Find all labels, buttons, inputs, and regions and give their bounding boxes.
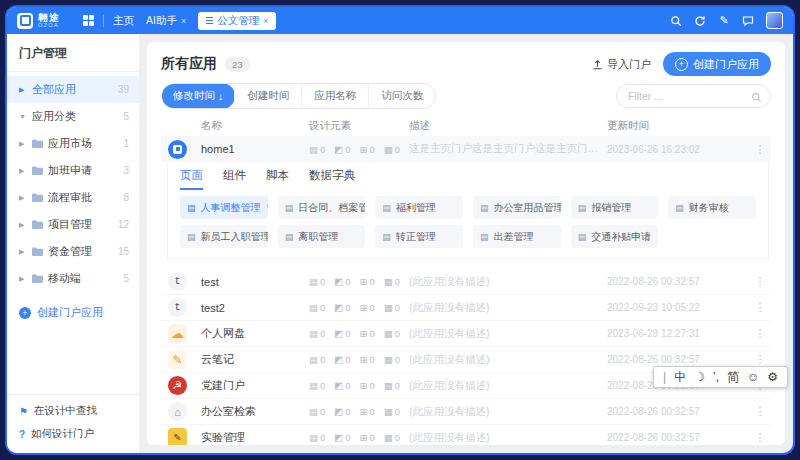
tab-close-icon[interactable]: ×	[181, 16, 186, 26]
page-chip-label: 报销管理	[591, 201, 631, 215]
page-chip-人事调整管理[interactable]: ▤人事调整管理	[180, 196, 268, 219]
o2-logo-icon	[173, 145, 182, 154]
row-more-icon[interactable]: ⋮	[753, 275, 767, 288]
how-to-design-link[interactable]: ? 如何设计门户	[19, 427, 127, 441]
topbar-tab[interactable]: 主页	[113, 14, 134, 28]
row-more-icon[interactable]: ⋮	[753, 143, 767, 156]
page-chip-出差管理[interactable]: ▤出差管理	[473, 225, 561, 248]
topbar-tab[interactable]: 公文管理×	[198, 12, 276, 30]
create-portal-link[interactable]: + 创建门户应用	[7, 296, 139, 329]
page-chip-日合同、档案管理[interactable]: ▤日合同、档案管理	[278, 196, 366, 219]
document-icon: ▤	[480, 203, 489, 213]
page-chip-报销管理[interactable]: ▤报销管理	[571, 196, 659, 219]
caret-down-icon[interactable]: ▼	[19, 113, 27, 120]
caret-right-icon[interactable]: ▶	[19, 194, 27, 202]
col-update-time: 更新时间	[607, 119, 745, 133]
filter-input[interactable]	[616, 84, 771, 108]
refresh-icon[interactable]	[694, 15, 706, 27]
create-portal-button[interactable]: + 创建门户应用	[663, 52, 771, 76]
page-chip-转正管理[interactable]: ▤转正管理	[375, 225, 463, 248]
page-chip-办公室用品管理[interactable]: ▤办公室用品管理	[473, 196, 561, 219]
page-chip-福利管理[interactable]: ▤福利管理	[375, 196, 463, 219]
count-scripts: ⊞0	[360, 302, 375, 313]
ime-fullhalf-icon[interactable]: ☽	[694, 371, 705, 383]
page-chip-交通补贴申请[interactable]: ▤交通补贴申请	[571, 225, 659, 248]
sidebar-item-移动端[interactable]: ▶移动端5	[7, 265, 139, 292]
user-avatar[interactable]	[766, 12, 783, 29]
table-row-home1[interactable]: home1▤0◩0⊞0▦0这是主页门户这是主页门户这是主页门户这是主页门户这是主…	[161, 136, 771, 162]
caret-right-icon[interactable]: ▶	[19, 167, 27, 175]
panel-tab-页面[interactable]: 页面	[180, 162, 203, 190]
ime-toolbar: |中☽’,简☺⚙	[653, 366, 788, 388]
topbar-actions: ✎	[670, 12, 783, 29]
count-dictionaries: ▦0	[384, 302, 400, 313]
tab-close-icon[interactable]: ×	[263, 16, 268, 26]
row-more-icon[interactable]: ⋮	[753, 431, 767, 444]
table-row-个人网盘[interactable]: ☁个人网盘▤0◩0⊞0▦0(此应用没有描述)2023-06-29 12:27:3…	[161, 321, 771, 347]
panel-tab-数据字典[interactable]: 数据字典	[309, 162, 355, 190]
page-chip-label: 离职管理	[298, 230, 338, 244]
sort-pill-应用名称[interactable]: 应用名称	[301, 84, 368, 108]
sidebar-footer: ⚑ 在设计中查找 ? 如何设计门户	[7, 394, 139, 453]
trash-icon[interactable]	[266, 203, 268, 213]
search-icon[interactable]	[670, 15, 682, 27]
sidebar-item-count: 5	[123, 273, 129, 284]
panel-tab-脚本[interactable]: 脚本	[266, 162, 289, 190]
count-pages: ▤0	[309, 380, 325, 391]
ime-simplified-toggle[interactable]: 简	[727, 371, 739, 383]
ime-punctuation-toggle[interactable]: ’,	[713, 371, 719, 383]
sort-pill-创建时间[interactable]: 创建时间	[234, 84, 301, 108]
find-in-design-label: 在设计中查找	[34, 404, 97, 418]
topbar-divider	[103, 15, 104, 27]
ime-settings-icon[interactable]: ⚙	[767, 371, 778, 383]
table-row-test2[interactable]: ttest2▤0◩0⊞0▦0(此应用没有描述)2022-09-23 10:05:…	[161, 295, 771, 321]
chat-icon[interactable]	[742, 15, 754, 27]
edit-icon[interactable]: ✎	[718, 15, 730, 27]
row-more-icon[interactable]: ⋮	[753, 327, 767, 340]
row-more-icon[interactable]: ⋮	[753, 405, 767, 418]
page-chip-新员工入职管理[interactable]: ▤新员工入职管理	[180, 225, 268, 248]
find-in-design-link[interactable]: ⚑ 在设计中查找	[19, 404, 127, 418]
count-pages: ▤0	[309, 354, 325, 365]
row-more-icon[interactable]: ⋮	[753, 301, 767, 314]
plus-circle-icon: +	[19, 307, 31, 319]
panel-tab-组件[interactable]: 组件	[223, 162, 246, 190]
page-chip-财务审核[interactable]: ▤财务审核	[668, 196, 756, 219]
sidebar-item-count: 8	[123, 192, 129, 203]
table-row-办公室检索[interactable]: ⌂办公室检索▤0◩0⊞0▦0(此应用没有描述)2022-08-26 00:32:…	[161, 399, 771, 425]
ime-emoji-icon[interactable]: ☺	[747, 371, 759, 383]
caret-right-icon[interactable]: ▶	[19, 140, 27, 148]
page-chip-离职管理[interactable]: ▤离职管理	[278, 225, 366, 248]
sidebar-item-count: 1	[123, 138, 129, 149]
sidebar-item-流程审批[interactable]: ▶流程审批8	[7, 184, 139, 211]
design-element-counts: ▤0◩0⊞0▦0	[309, 406, 401, 417]
sidebar-item-项目管理[interactable]: ▶项目管理12	[7, 211, 139, 238]
caret-right-icon[interactable]: ▶	[19, 275, 27, 283]
sidebar-item-应用市场[interactable]: ▶应用市场1	[7, 130, 139, 157]
upload-icon	[592, 59, 603, 70]
sidebar-item-资金管理[interactable]: ▶资金管理15	[7, 238, 139, 265]
caret-right-icon[interactable]: ▶	[19, 248, 27, 256]
count-components: ◩0	[334, 380, 350, 391]
sidebar-title: 门户管理	[7, 34, 139, 72]
app-description: (此应用没有描述)	[409, 327, 599, 341]
sidebar-item-全部应用[interactable]: ▶全部应用39	[7, 76, 139, 103]
apps-grid-icon[interactable]	[83, 15, 94, 26]
row-more-icon[interactable]: ⋮	[753, 353, 767, 366]
count-components: ◩0	[334, 302, 350, 313]
ime-lang-toggle[interactable]: 中	[674, 371, 686, 383]
table-row-test[interactable]: ttest▤0◩0⊞0▦0(此应用没有描述)2022-08-26 00:32:5…	[161, 269, 771, 295]
import-portal-button[interactable]: 导入门户	[592, 57, 651, 72]
sort-pill-访问次数[interactable]: 访问次数	[368, 84, 435, 108]
document-icon: ▤	[578, 203, 587, 213]
caret-right-icon[interactable]: ▶	[19, 86, 27, 94]
table-row-实验管理[interactable]: ✎实验管理▤0◩0⊞0▦0(此应用没有描述)2022-08-26 00:32:5…	[161, 425, 771, 445]
design-element-counts: ▤0◩0⊞0▦0	[309, 276, 401, 287]
sidebar-item-应用分类[interactable]: ▼应用分类5	[7, 103, 139, 130]
sort-pill-修改时间[interactable]: 修改时间↓	[161, 83, 235, 109]
caret-right-icon[interactable]: ▶	[19, 221, 27, 229]
sidebar-item-加班申请[interactable]: ▶加班申请3	[7, 157, 139, 184]
tab-label: 公文管理	[217, 14, 259, 28]
topbar-tab[interactable]: AI助手×	[146, 14, 186, 28]
app-update-time: 2022-09-23 10:05:22	[607, 302, 745, 313]
